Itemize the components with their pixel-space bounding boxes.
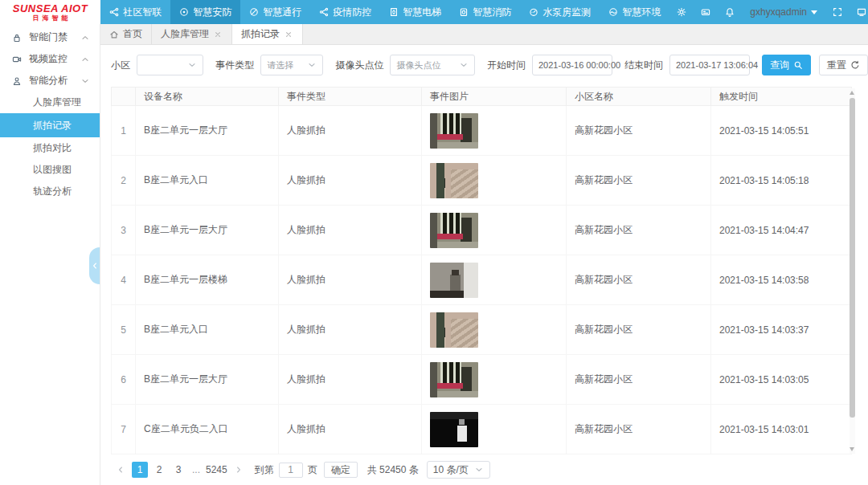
sidebar-item[interactable]: 人脸库管理 (0, 92, 100, 113)
table-header-row: 设备名称事件类型事件图片小区名称触发时间 (112, 88, 852, 106)
event-image[interactable] (430, 263, 478, 298)
event-image[interactable] (430, 312, 478, 348)
device-name-cell: B座二单元入口 (136, 156, 279, 206)
table-row: 2B座二单元入口人脸抓拍高新花园小区2021-03-15 14:05:18 (112, 156, 852, 206)
close-icon[interactable] (284, 30, 293, 39)
start-time-value: 2021-03-16 00:00:00 (538, 60, 620, 70)
goto-confirm-button[interactable]: 确定 (324, 462, 358, 478)
topnav-item-label: 智慧环境 (622, 6, 661, 19)
community-cell: 高新花园小区 (567, 206, 711, 255)
gauge-icon (529, 7, 538, 17)
table-row: 7C座二单元负二入口人脸抓拍高新花园小区2021-03-15 14:03:01 (112, 405, 852, 454)
topnav-item-smart-security[interactable]: 智慧安防 (170, 0, 240, 24)
topnav-item-label: 社区智联 (123, 6, 162, 19)
event-image[interactable] (430, 163, 478, 198)
expand-icon (833, 7, 842, 17)
row-index: 5 (112, 305, 136, 355)
page-button[interactable]: 3 (170, 462, 186, 478)
card-button[interactable] (694, 7, 718, 17)
tabbar: 首页人脸库管理抓拍记录 (100, 24, 868, 45)
topnav-item-smart-elevator[interactable]: 智慧电梯 (380, 0, 450, 24)
trigger-time-cell: 2021-03-15 14:05:18 (711, 156, 852, 206)
tab[interactable]: 人脸库管理 (152, 24, 232, 44)
page-button[interactable]: 5245 (206, 462, 227, 478)
page-button[interactable]: 1 (132, 462, 148, 478)
event-type-select[interactable]: 请选择 (260, 55, 323, 75)
community-select[interactable] (137, 55, 203, 75)
sidebar-group-door-access[interactable]: 智能门禁 (0, 26, 100, 48)
topnav-item-smart-pass[interactable]: 智慧通行 (240, 0, 310, 24)
community-cell: 高新花园小区 (567, 106, 711, 156)
topnav-item-community-iot[interactable]: 社区智联 (100, 0, 170, 24)
event-image[interactable] (430, 362, 478, 397)
next-page-button[interactable] (229, 465, 248, 475)
username: gxhyxqadmin (750, 6, 807, 18)
sidebar-item[interactable]: 抓拍记录 (0, 113, 100, 137)
bell-button[interactable] (718, 7, 742, 17)
chevron-down-icon (474, 465, 484, 475)
reset-button[interactable]: 重置 (819, 55, 868, 75)
event-image[interactable] (430, 412, 478, 447)
scroll-up-icon[interactable] (850, 91, 854, 95)
trigger-time-cell: 2021-03-15 14:03:58 (711, 255, 852, 305)
close-icon[interactable] (213, 30, 223, 39)
main-area: 首页人脸库管理抓拍记录 小区 事件类型 请选择 摄像头点位 摄像头点位 开始时间… (100, 24, 868, 485)
column-header-index (112, 88, 136, 106)
event-image-cell (422, 255, 567, 305)
expand-button[interactable] (825, 7, 850, 17)
page-button[interactable]: 2 (151, 462, 167, 478)
trigger-time-cell: 2021-03-15 14:03:05 (711, 355, 852, 405)
column-header: 事件图片 (422, 88, 567, 106)
scrollbar-thumb[interactable] (850, 98, 855, 418)
sidebar-group-video-monitor[interactable]: 视频监控 (0, 48, 100, 70)
sidebar-group-smart-analysis[interactable]: 智能分析 (0, 70, 100, 92)
sidebar-item[interactable]: 以图搜图 (0, 159, 100, 181)
event-image[interactable] (430, 113, 478, 149)
sidebar-item[interactable]: 抓拍对比 (0, 137, 100, 159)
topnav-item-smart-environment[interactable]: 智慧环境 (600, 0, 669, 24)
home-icon (109, 30, 119, 39)
gear-button[interactable] (669, 7, 694, 17)
screen-icon (857, 7, 866, 17)
user-menu[interactable]: gxhyxqadmin (742, 0, 825, 24)
event-type-cell: 人脸抓拍 (279, 206, 422, 255)
row-index: 6 (112, 355, 136, 405)
reset-icon (850, 60, 860, 70)
topnav-item-pump-room-monitor[interactable]: 水泵房监测 (520, 0, 600, 24)
brand-subtitle: 日海智能 (30, 15, 72, 22)
event-type-cell: 人脸抓拍 (279, 255, 422, 305)
sidebar-menu: 智能门禁视频监控智能分析人脸库管理抓拍记录抓拍对比以图搜图轨迹分析 (0, 26, 100, 202)
topnav-item-smart-fire[interactable]: 智慧消防 (450, 0, 520, 24)
end-time-input[interactable]: 2021-03-17 13:06:04 (669, 55, 750, 75)
column-header: 事件类型 (279, 88, 422, 106)
tab[interactable]: 抓拍记录 (232, 24, 303, 44)
row-index: 3 (112, 206, 136, 255)
device-name-cell: B座二单元一层楼梯 (136, 255, 279, 305)
gear-icon (677, 7, 686, 17)
start-time-input[interactable]: 2021-03-16 00:00:00 (532, 55, 612, 75)
community-cell: 高新花园小区 (567, 305, 711, 355)
topnav-item-label: 智慧通行 (263, 6, 301, 19)
device-name-cell: B座二单元入口 (136, 305, 279, 355)
share-icon (319, 7, 329, 17)
event-image[interactable] (430, 213, 478, 248)
row-index: 1 (112, 106, 136, 156)
topnav-item-epidemic-control[interactable]: 疫情防控 (310, 0, 380, 24)
goto-page-input[interactable]: 1 (279, 463, 303, 478)
event-type-cell: 人脸抓拍 (279, 405, 422, 454)
page-layout: 智能门禁视频监控智能分析人脸库管理抓拍记录抓拍对比以图搜图轨迹分析 首页人脸库管… (0, 24, 868, 485)
trigger-time-cell: 2021-03-15 14:03:37 (711, 305, 852, 355)
camera-select[interactable]: 摄像头点位 (390, 55, 475, 75)
page-size-select[interactable]: 10 条/页 (427, 461, 490, 479)
tab[interactable]: 首页 (100, 24, 152, 44)
screen-button[interactable] (850, 7, 868, 17)
prev-page-button[interactable] (111, 465, 130, 475)
scroll-down-icon[interactable] (850, 447, 854, 451)
pass-icon (249, 7, 259, 17)
table-scrollbar[interactable] (850, 88, 855, 454)
search-button[interactable]: 查询 (762, 55, 811, 75)
tab-label: 抓拍记录 (241, 27, 280, 41)
end-time-value: 2021-03-17 13:06:04 (676, 60, 758, 70)
sidebar-item[interactable]: 轨迹分析 (0, 181, 100, 202)
sidebar-collapse-handle[interactable] (89, 247, 100, 284)
